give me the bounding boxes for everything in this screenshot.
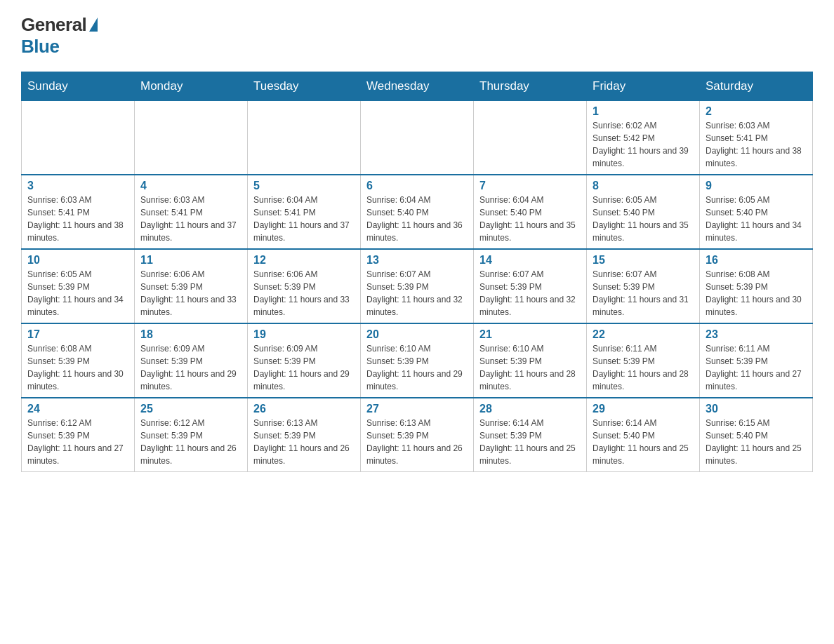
day-number: 9 bbox=[706, 180, 807, 192]
week-row-2: 3Sunrise: 6:03 AMSunset: 5:41 PMDaylight… bbox=[22, 175, 813, 249]
day-number: 30 bbox=[706, 403, 807, 415]
day-number: 15 bbox=[593, 254, 694, 267]
day-number: 13 bbox=[366, 254, 468, 267]
day-info: Sunrise: 6:05 AMSunset: 5:40 PMDaylight:… bbox=[706, 194, 807, 244]
table-row: 26Sunrise: 6:13 AMSunset: 5:39 PMDayligh… bbox=[248, 398, 361, 472]
day-number: 7 bbox=[479, 180, 581, 192]
calendar-table: SundayMondayTuesdayWednesdayThursdayFrid… bbox=[21, 72, 813, 472]
day-info: Sunrise: 6:04 AMSunset: 5:40 PMDaylight:… bbox=[366, 194, 468, 244]
day-number: 26 bbox=[253, 403, 355, 415]
table-row: 14Sunrise: 6:07 AMSunset: 5:39 PMDayligh… bbox=[474, 249, 587, 323]
day-info: Sunrise: 6:06 AMSunset: 5:39 PMDaylight:… bbox=[253, 268, 355, 318]
week-row-1: 1Sunrise: 6:02 AMSunset: 5:42 PMDaylight… bbox=[22, 101, 813, 175]
table-row: 23Sunrise: 6:11 AMSunset: 5:39 PMDayligh… bbox=[700, 323, 813, 398]
day-number: 23 bbox=[706, 328, 807, 341]
day-number: 25 bbox=[140, 403, 241, 415]
week-row-3: 10Sunrise: 6:05 AMSunset: 5:39 PMDayligh… bbox=[22, 249, 813, 323]
table-row: 1Sunrise: 6:02 AMSunset: 5:42 PMDaylight… bbox=[587, 101, 700, 175]
table-row: 25Sunrise: 6:12 AMSunset: 5:39 PMDayligh… bbox=[135, 398, 248, 472]
table-row: 27Sunrise: 6:13 AMSunset: 5:39 PMDayligh… bbox=[361, 398, 474, 472]
day-info: Sunrise: 6:12 AMSunset: 5:39 PMDaylight:… bbox=[140, 417, 241, 467]
day-number: 2 bbox=[706, 105, 807, 118]
day-number: 20 bbox=[366, 328, 468, 341]
table-row: 18Sunrise: 6:09 AMSunset: 5:39 PMDayligh… bbox=[135, 323, 248, 398]
table-row: 19Sunrise: 6:09 AMSunset: 5:39 PMDayligh… bbox=[248, 323, 361, 398]
day-info: Sunrise: 6:10 AMSunset: 5:39 PMDaylight:… bbox=[366, 342, 468, 393]
table-row: 15Sunrise: 6:07 AMSunset: 5:39 PMDayligh… bbox=[587, 249, 700, 323]
day-number: 17 bbox=[27, 328, 128, 341]
logo-blue-text: Blue bbox=[21, 36, 59, 58]
day-number: 21 bbox=[479, 328, 581, 341]
day-info: Sunrise: 6:15 AMSunset: 5:40 PMDaylight:… bbox=[706, 417, 807, 467]
day-number: 24 bbox=[27, 403, 128, 415]
day-number: 10 bbox=[27, 254, 128, 267]
week-row-4: 17Sunrise: 6:08 AMSunset: 5:39 PMDayligh… bbox=[22, 323, 813, 398]
table-row: 4Sunrise: 6:03 AMSunset: 5:41 PMDaylight… bbox=[135, 175, 248, 249]
table-row: 22Sunrise: 6:11 AMSunset: 5:39 PMDayligh… bbox=[587, 323, 700, 398]
day-info: Sunrise: 6:02 AMSunset: 5:42 PMDaylight:… bbox=[593, 119, 694, 170]
calendar-header-row: SundayMondayTuesdayWednesdayThursdayFrid… bbox=[22, 72, 813, 101]
day-info: Sunrise: 6:12 AMSunset: 5:39 PMDaylight:… bbox=[27, 417, 128, 467]
day-info: Sunrise: 6:13 AMSunset: 5:39 PMDaylight:… bbox=[253, 417, 355, 467]
header-friday: Friday bbox=[587, 72, 700, 101]
day-info: Sunrise: 6:07 AMSunset: 5:39 PMDaylight:… bbox=[593, 268, 694, 318]
day-number: 14 bbox=[479, 254, 581, 267]
day-info: Sunrise: 6:05 AMSunset: 5:39 PMDaylight:… bbox=[27, 268, 128, 318]
day-info: Sunrise: 6:05 AMSunset: 5:40 PMDaylight:… bbox=[593, 194, 694, 244]
header-monday: Monday bbox=[135, 72, 248, 101]
table-row: 3Sunrise: 6:03 AMSunset: 5:41 PMDaylight… bbox=[22, 175, 135, 249]
table-row bbox=[135, 101, 248, 175]
day-number: 6 bbox=[366, 180, 468, 192]
table-row bbox=[361, 101, 474, 175]
day-info: Sunrise: 6:03 AMSunset: 5:41 PMDaylight:… bbox=[27, 194, 128, 244]
table-row: 29Sunrise: 6:14 AMSunset: 5:40 PMDayligh… bbox=[587, 398, 700, 472]
day-number: 4 bbox=[140, 180, 241, 192]
table-row bbox=[22, 101, 135, 175]
logo-general-text: General bbox=[21, 14, 86, 36]
table-row: 20Sunrise: 6:10 AMSunset: 5:39 PMDayligh… bbox=[361, 323, 474, 398]
table-row bbox=[248, 101, 361, 175]
day-info: Sunrise: 6:14 AMSunset: 5:40 PMDaylight:… bbox=[593, 417, 694, 467]
header-sunday: Sunday bbox=[22, 72, 135, 101]
table-row: 11Sunrise: 6:06 AMSunset: 5:39 PMDayligh… bbox=[135, 249, 248, 323]
page-header: General Blue bbox=[21, 14, 813, 58]
table-row: 21Sunrise: 6:10 AMSunset: 5:39 PMDayligh… bbox=[474, 323, 587, 398]
day-number: 3 bbox=[27, 180, 128, 192]
day-number: 12 bbox=[253, 254, 355, 267]
table-row bbox=[474, 101, 587, 175]
logo: General Blue bbox=[21, 14, 98, 58]
day-info: Sunrise: 6:07 AMSunset: 5:39 PMDaylight:… bbox=[366, 268, 468, 318]
week-row-5: 24Sunrise: 6:12 AMSunset: 5:39 PMDayligh… bbox=[22, 398, 813, 472]
table-row: 12Sunrise: 6:06 AMSunset: 5:39 PMDayligh… bbox=[248, 249, 361, 323]
day-number: 16 bbox=[706, 254, 807, 267]
table-row: 30Sunrise: 6:15 AMSunset: 5:40 PMDayligh… bbox=[700, 398, 813, 472]
table-row: 16Sunrise: 6:08 AMSunset: 5:39 PMDayligh… bbox=[700, 249, 813, 323]
table-row: 10Sunrise: 6:05 AMSunset: 5:39 PMDayligh… bbox=[22, 249, 135, 323]
day-info: Sunrise: 6:04 AMSunset: 5:41 PMDaylight:… bbox=[253, 194, 355, 244]
table-row: 28Sunrise: 6:14 AMSunset: 5:39 PMDayligh… bbox=[474, 398, 587, 472]
day-info: Sunrise: 6:07 AMSunset: 5:39 PMDaylight:… bbox=[479, 268, 581, 318]
table-row: 9Sunrise: 6:05 AMSunset: 5:40 PMDaylight… bbox=[700, 175, 813, 249]
day-number: 11 bbox=[140, 254, 241, 267]
day-info: Sunrise: 6:14 AMSunset: 5:39 PMDaylight:… bbox=[479, 417, 581, 467]
day-info: Sunrise: 6:04 AMSunset: 5:40 PMDaylight:… bbox=[479, 194, 581, 244]
header-tuesday: Tuesday bbox=[248, 72, 361, 101]
table-row: 5Sunrise: 6:04 AMSunset: 5:41 PMDaylight… bbox=[248, 175, 361, 249]
table-row: 7Sunrise: 6:04 AMSunset: 5:40 PMDaylight… bbox=[474, 175, 587, 249]
logo-triangle-icon bbox=[89, 18, 98, 32]
day-number: 18 bbox=[140, 328, 241, 341]
table-row: 2Sunrise: 6:03 AMSunset: 5:41 PMDaylight… bbox=[700, 101, 813, 175]
day-number: 5 bbox=[253, 180, 355, 192]
day-number: 29 bbox=[593, 403, 694, 415]
table-row: 6Sunrise: 6:04 AMSunset: 5:40 PMDaylight… bbox=[361, 175, 474, 249]
day-info: Sunrise: 6:06 AMSunset: 5:39 PMDaylight:… bbox=[140, 268, 241, 318]
table-row: 13Sunrise: 6:07 AMSunset: 5:39 PMDayligh… bbox=[361, 249, 474, 323]
header-thursday: Thursday bbox=[474, 72, 587, 101]
day-number: 28 bbox=[479, 403, 581, 415]
day-info: Sunrise: 6:08 AMSunset: 5:39 PMDaylight:… bbox=[706, 268, 807, 318]
day-info: Sunrise: 6:09 AMSunset: 5:39 PMDaylight:… bbox=[253, 342, 355, 393]
day-info: Sunrise: 6:09 AMSunset: 5:39 PMDaylight:… bbox=[140, 342, 241, 393]
day-info: Sunrise: 6:13 AMSunset: 5:39 PMDaylight:… bbox=[366, 417, 468, 467]
table-row: 8Sunrise: 6:05 AMSunset: 5:40 PMDaylight… bbox=[587, 175, 700, 249]
header-saturday: Saturday bbox=[700, 72, 813, 101]
